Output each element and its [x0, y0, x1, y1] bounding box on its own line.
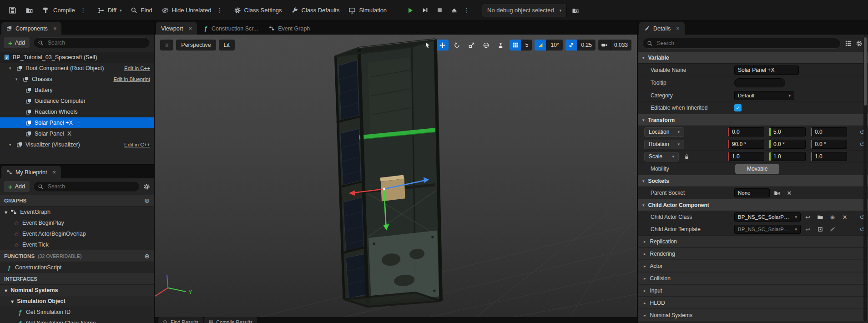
- rotate-tool-button[interactable]: [451, 40, 463, 50]
- scale-lock-button[interactable]: [681, 154, 691, 160]
- components-search-input[interactable]: [47, 39, 146, 46]
- list-item-event-graph[interactable]: ▾ EventGraph: [0, 207, 154, 217]
- details-scrollbar[interactable]: [863, 36, 867, 321]
- details-settings-button[interactable]: [856, 40, 863, 47]
- location-y-field[interactable]: 5.0: [769, 127, 806, 136]
- chevron-down-icon[interactable]: ▾: [5, 209, 7, 216]
- compile-button[interactable]: Compile ⋮: [38, 3, 92, 18]
- components-searchbox[interactable]: [33, 37, 150, 48]
- tooltip-field[interactable]: [734, 78, 785, 87]
- section-hlod[interactable]: ▸ HLOD: [638, 297, 868, 309]
- location-dropdown[interactable]: Location ▾: [644, 127, 684, 137]
- move-tool-button[interactable]: [437, 40, 449, 50]
- save-button[interactable]: [5, 3, 20, 18]
- tree-item-reaction-wheels[interactable]: Reaction Wheels: [0, 106, 154, 117]
- add-graph-icon[interactable]: ⊕: [144, 197, 150, 204]
- browse-button[interactable]: [21, 3, 37, 18]
- tree-item-battery[interactable]: Battery: [0, 85, 154, 96]
- debug-object-dropdown[interactable]: No debug object selected ▾: [482, 4, 567, 17]
- socket-clear-button[interactable]: ✕: [784, 188, 794, 197]
- list-item-event-tick[interactable]: ◇ Event Tick: [0, 239, 154, 250]
- details-searchbox[interactable]: [642, 38, 841, 49]
- tab-event-graph[interactable]: Event Graph: [264, 22, 315, 35]
- interfaces-section-header[interactable]: INTERFACES: [0, 273, 154, 285]
- viewport-3d[interactable]: X Y ≡ Perspective Lit: [155, 35, 637, 317]
- category-nominal-systems[interactable]: ▾ Nominal Systems: [0, 285, 154, 296]
- tab-details[interactable]: Details ×: [639, 22, 685, 35]
- child-actor-class-dropdown[interactable]: BP_NS_SC_SolarPanel_ ▾: [734, 212, 801, 222]
- details-search-input[interactable]: [656, 40, 836, 47]
- rotation-z-field[interactable]: 0.0 °: [811, 140, 847, 149]
- tree-item-chassis[interactable]: ▾ Chassis Edit in Blueprint: [0, 74, 154, 85]
- scale-x-field[interactable]: 1.0: [728, 152, 764, 161]
- tree-item-spacecraft-self[interactable]: BP_Tutorial_03_Spacecraft (Self): [0, 52, 154, 63]
- chevron-down-icon[interactable]: ▾: [5, 287, 7, 294]
- scale-y-field[interactable]: 1.0: [769, 152, 806, 161]
- frame-skip-button[interactable]: [418, 4, 432, 17]
- close-icon[interactable]: ×: [188, 25, 192, 32]
- section-rendering[interactable]: ▸ Rendering: [638, 248, 868, 260]
- list-item-get-simulation-class-name[interactable]: ƒ Get Simulation Class Name: [0, 318, 154, 323]
- rotation-snap-control[interactable]: 10°: [535, 40, 562, 50]
- browse-asset-button[interactable]: [815, 212, 825, 222]
- edit-in-cpp-link[interactable]: Edit in C++: [124, 142, 150, 147]
- blueprint-settings-button[interactable]: [143, 183, 150, 190]
- edit-in-blueprint-link[interactable]: Edit in Blueprint: [113, 76, 150, 82]
- chevron-down-icon[interactable]: ▾: [11, 298, 14, 305]
- chevron-down-icon[interactable]: ▾: [9, 66, 14, 71]
- my-blueprint-search-input[interactable]: [47, 183, 135, 190]
- class-settings-button[interactable]: Class Settings: [230, 3, 286, 18]
- tab-viewport[interactable]: Viewport ×: [156, 22, 197, 35]
- clear-asset-button[interactable]: ✕: [840, 212, 850, 222]
- section-nominal-systems[interactable]: ▸ Nominal Systems: [638, 309, 868, 322]
- add-component-button[interactable]: + Add: [4, 37, 30, 48]
- chevron-down-icon[interactable]: ▾: [15, 77, 20, 81]
- select-template-button[interactable]: [815, 225, 825, 234]
- play-button[interactable]: [404, 4, 417, 17]
- mobility-movable-button[interactable]: Movable: [735, 164, 779, 174]
- parent-socket-field[interactable]: None: [734, 188, 770, 197]
- tree-item-visualizer[interactable]: ▾ Visualizer (Visualizer) Edit in C++: [0, 139, 154, 150]
- tab-construction-script[interactable]: ƒ Construction Scr...: [198, 22, 263, 35]
- tree-item-guidance-computer[interactable]: Guidance Computer: [0, 96, 154, 106]
- functions-section-header[interactable]: FUNCTIONS (32 OVERRIDABLE) ⊕: [0, 250, 154, 262]
- tab-find-results[interactable]: Find Results: [158, 317, 203, 323]
- section-transform[interactable]: ▾ Transform: [638, 114, 868, 126]
- tab-my-blueprint[interactable]: My Blueprint ×: [1, 166, 61, 178]
- edit-in-cpp-link[interactable]: Edit in C++: [124, 66, 150, 71]
- select-tool-button[interactable]: [422, 40, 434, 50]
- scrollbar-thumb[interactable]: [864, 37, 867, 106]
- hide-unrelated-options-icon[interactable]: ⋮: [215, 7, 225, 14]
- tree-item-solar-panel-plus-x[interactable]: Solar Panel +X: [0, 117, 154, 128]
- add-blueprint-item-button[interactable]: + Add: [4, 181, 30, 192]
- rotation-y-field[interactable]: 0.0 °: [769, 140, 806, 149]
- list-item-event-beginplay[interactable]: ◇ Event BeginPlay: [0, 217, 154, 228]
- socket-search-button[interactable]: [772, 188, 782, 197]
- debug-browse-button[interactable]: [568, 3, 583, 18]
- scale-snap-control[interactable]: 0.25: [565, 40, 595, 50]
- section-replication[interactable]: ▸ Replication: [638, 236, 868, 248]
- class-defaults-button[interactable]: Class Defaults: [287, 3, 344, 18]
- section-child-actor-component[interactable]: ▾ Child Actor Component: [638, 199, 868, 211]
- tab-components[interactable]: Components ×: [1, 22, 61, 35]
- tree-item-root-component[interactable]: ▾ Root Component (Root Object) Edit in C…: [0, 63, 154, 74]
- scale-dropdown[interactable]: Scale ▾: [644, 152, 679, 162]
- find-button[interactable]: Find: [126, 3, 156, 18]
- category-dropdown[interactable]: Default ▾: [734, 91, 794, 100]
- copy-template-button[interactable]: ↩: [803, 225, 813, 234]
- tab-compile-results[interactable]: Compile Results: [204, 317, 257, 323]
- camera-speed-control[interactable]: 0.033: [598, 40, 631, 50]
- scale-tool-button[interactable]: [466, 40, 478, 50]
- scale-z-field[interactable]: 1.0: [811, 152, 847, 161]
- list-item-get-simulation-id[interactable]: ƒ Get Simulation ID: [0, 307, 154, 318]
- grid-snap-control[interactable]: 5: [510, 40, 532, 50]
- view-mode-dropdown[interactable]: Lit: [219, 40, 235, 50]
- variable-name-field[interactable]: [734, 66, 799, 75]
- satellite-model[interactable]: [336, 39, 441, 307]
- display-options-button[interactable]: [845, 40, 852, 47]
- rotation-x-field[interactable]: 90.0 °: [728, 140, 764, 149]
- diff-button[interactable]: Diff ▾: [93, 3, 126, 18]
- editable-checkbox[interactable]: ✓: [734, 104, 742, 111]
- add-function-icon[interactable]: ⊕: [144, 252, 150, 260]
- list-item-construction-script[interactable]: ƒ ConstructionScript: [0, 262, 154, 273]
